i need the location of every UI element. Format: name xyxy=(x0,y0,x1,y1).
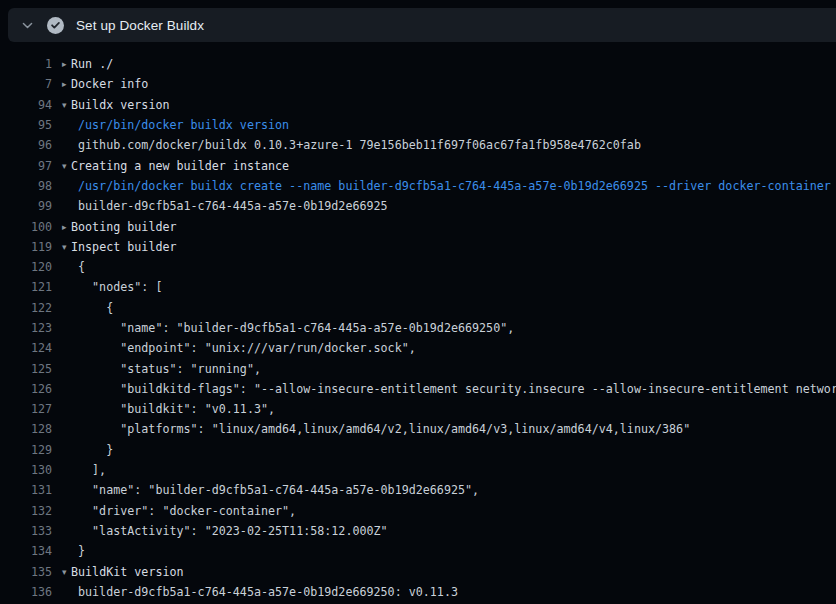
line-number[interactable]: 100 xyxy=(0,220,52,234)
line-number[interactable]: 96 xyxy=(0,138,52,152)
log-line: 119▾Inspect builder xyxy=(0,237,836,257)
log-output-text: builder-d9cfb5a1-c764-445a-a57e-0b19d2e6… xyxy=(52,585,836,599)
log-group-header[interactable]: ▸Booting builder xyxy=(52,220,836,234)
log-output-text: "name": "builder-d9cfb5a1-c764-445a-a57e… xyxy=(52,321,836,335)
log-container: 1▸Run ./7▸Docker info94▾Buildx version95… xyxy=(0,54,836,602)
log-group-header[interactable]: ▾Buildx version xyxy=(52,98,836,112)
log-output-text: "lastActivity": "2023-02-25T11:58:12.000… xyxy=(52,524,836,538)
log-command-text: /usr/bin/docker buildx create --name bui… xyxy=(52,179,836,193)
log-output-text: { xyxy=(52,301,836,315)
line-number[interactable]: 132 xyxy=(0,504,52,518)
line-number[interactable]: 134 xyxy=(0,544,52,558)
group-title: Creating a new builder instance xyxy=(71,159,289,173)
line-number[interactable]: 119 xyxy=(0,240,52,254)
log-command-text: /usr/bin/docker buildx version xyxy=(52,118,836,132)
log-output-text: "driver": "docker-container", xyxy=(52,504,836,518)
log-line: 135▾BuildKit version xyxy=(0,561,836,581)
chevron-down-icon[interactable] xyxy=(21,19,34,32)
log-line: 99builder-d9cfb5a1-c764-445a-a57e-0b19d2… xyxy=(0,196,836,216)
line-number[interactable]: 120 xyxy=(0,260,52,274)
triangle-collapsed-icon: ▸ xyxy=(62,222,71,232)
log-line: 127 "buildkit": "v0.11.3", xyxy=(0,399,836,419)
log-output-text: "nodes": [ xyxy=(52,280,836,294)
triangle-collapsed-icon: ▸ xyxy=(62,59,71,69)
log-output-text: github.com/docker/buildx 0.10.3+azure-1 … xyxy=(52,138,836,152)
log-line: 125 "status": "running", xyxy=(0,358,836,378)
log-line: 130 ], xyxy=(0,460,836,480)
triangle-expanded-icon: ▾ xyxy=(62,567,71,577)
log-output-text: } xyxy=(52,544,836,558)
step-header[interactable]: Set up Docker Buildx xyxy=(8,8,836,42)
log-line: 123 "name": "builder-d9cfb5a1-c764-445a-… xyxy=(0,318,836,338)
line-number[interactable]: 130 xyxy=(0,463,52,477)
log-group-header[interactable]: ▾Creating a new builder instance xyxy=(52,159,836,173)
log-line: 100▸Booting builder xyxy=(0,216,836,236)
group-title: Inspect builder xyxy=(71,240,177,254)
line-number[interactable]: 98 xyxy=(0,179,52,193)
log-line: 131 "name": "builder-d9cfb5a1-c764-445a-… xyxy=(0,480,836,500)
line-number[interactable]: 122 xyxy=(0,301,52,315)
log-line: 124 "endpoint": "unix:///var/run/docker.… xyxy=(0,338,836,358)
triangle-expanded-icon: ▾ xyxy=(62,242,71,252)
line-number[interactable]: 135 xyxy=(0,565,52,579)
log-group-header[interactable]: ▾Inspect builder xyxy=(52,240,836,254)
log-output-text: "buildkitd-flags": "--allow-insecure-ent… xyxy=(52,382,836,396)
line-number[interactable]: 125 xyxy=(0,362,52,376)
log-line: 95/usr/bin/docker buildx version xyxy=(0,115,836,135)
log-line: 7▸Docker info xyxy=(0,74,836,94)
line-number[interactable]: 126 xyxy=(0,382,52,396)
line-number[interactable]: 123 xyxy=(0,321,52,335)
line-number[interactable]: 121 xyxy=(0,280,52,294)
log-line: 97▾Creating a new builder instance xyxy=(0,155,836,175)
log-line: 133 "lastActivity": "2023-02-25T11:58:12… xyxy=(0,521,836,541)
line-number[interactable]: 128 xyxy=(0,422,52,436)
log-output-text: "status": "running", xyxy=(52,362,836,376)
line-number[interactable]: 131 xyxy=(0,483,52,497)
triangle-expanded-icon: ▾ xyxy=(62,100,71,110)
log-group-header[interactable]: ▾BuildKit version xyxy=(52,565,836,579)
log-line: 136builder-d9cfb5a1-c764-445a-a57e-0b19d… xyxy=(0,582,836,602)
step-title: Set up Docker Buildx xyxy=(76,18,204,33)
log-line: 1▸Run ./ xyxy=(0,54,836,74)
line-number[interactable]: 7 xyxy=(0,77,52,91)
group-title: BuildKit version xyxy=(71,565,184,579)
line-number[interactable]: 94 xyxy=(0,98,52,112)
log-group-header[interactable]: ▸Docker info xyxy=(52,77,836,91)
group-title: Buildx version xyxy=(71,98,170,112)
log-line: 96github.com/docker/buildx 0.10.3+azure-… xyxy=(0,135,836,155)
line-number[interactable]: 124 xyxy=(0,341,52,355)
log-output-text: "endpoint": "unix:///var/run/docker.sock… xyxy=(52,341,836,355)
group-title: Docker info xyxy=(71,77,148,91)
log-line: 129 } xyxy=(0,440,836,460)
line-number[interactable]: 129 xyxy=(0,443,52,457)
triangle-expanded-icon: ▾ xyxy=(62,161,71,171)
line-number[interactable]: 127 xyxy=(0,402,52,416)
line-number[interactable]: 99 xyxy=(0,199,52,213)
group-title: Booting builder xyxy=(71,220,177,234)
log-line: 98/usr/bin/docker buildx create --name b… xyxy=(0,176,836,196)
triangle-collapsed-icon: ▸ xyxy=(62,79,71,89)
log-output-text: builder-d9cfb5a1-c764-445a-a57e-0b19d2e6… xyxy=(52,199,836,213)
log-line: 126 "buildkitd-flags": "--allow-insecure… xyxy=(0,379,836,399)
log-output-text: "platforms": "linux/amd64,linux/amd64/v2… xyxy=(52,422,836,436)
log-output-text: "name": "builder-d9cfb5a1-c764-445a-a57e… xyxy=(52,483,836,497)
line-number[interactable]: 95 xyxy=(0,118,52,132)
line-number[interactable]: 136 xyxy=(0,585,52,599)
line-number[interactable]: 97 xyxy=(0,159,52,173)
log-line: 134} xyxy=(0,541,836,561)
log-line: 128 "platforms": "linux/amd64,linux/amd6… xyxy=(0,419,836,439)
check-circle-icon xyxy=(47,17,64,34)
log-line: 94▾Buildx version xyxy=(0,95,836,115)
actions-log-panel: Set up Docker Buildx 1▸Run ./7▸Docker in… xyxy=(0,0,836,604)
log-line: 120{ xyxy=(0,257,836,277)
log-line: 122 { xyxy=(0,298,836,318)
log-output-text: "buildkit": "v0.11.3", xyxy=(52,402,836,416)
group-title: Run ./ xyxy=(71,57,113,71)
line-number[interactable]: 1 xyxy=(0,57,52,71)
log-line: 132 "driver": "docker-container", xyxy=(0,501,836,521)
log-output-text: { xyxy=(52,260,836,274)
line-number[interactable]: 133 xyxy=(0,524,52,538)
log-group-header[interactable]: ▸Run ./ xyxy=(52,57,836,71)
log-line: 121 "nodes": [ xyxy=(0,277,836,297)
log-output-text: } xyxy=(52,443,836,457)
